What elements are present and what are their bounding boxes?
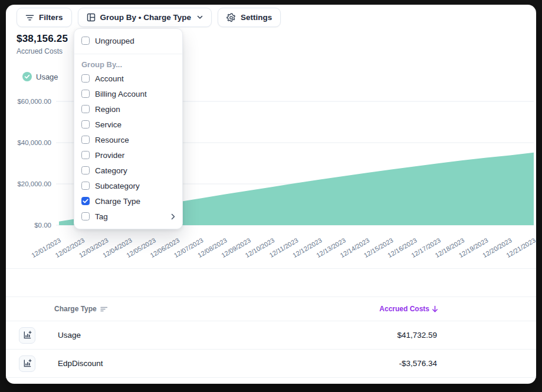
menu-item-label: Region [95,105,120,114]
menu-item-label: Charge Type [95,197,140,206]
chevron-right-icon [171,213,175,220]
table-row-edpdiscount[interactable]: EdpDiscount-$3,576.34 [6,350,536,378]
filters-button[interactable]: Filters [17,8,72,27]
menu-item-label: Billing Account [95,90,147,98]
check-circle-icon [22,72,32,81]
group-by-button[interactable]: Group By • Charge Type [78,8,212,27]
chart-legend[interactable]: Usage [22,72,58,81]
menu-item-label: Resource [95,136,129,144]
menu-item-label: Ungrouped [95,37,134,45]
menu-item-ungrouped[interactable]: Ungrouped [74,32,182,49]
gear-icon [226,13,236,22]
checkbox-category[interactable] [81,166,90,174]
menu-item-account[interactable]: Account [74,71,182,86]
cost-report-card: Filters Group By • Charge Type Settings … [6,5,536,384]
column-header-accrued-costs[interactable]: Accrued Costs [379,305,438,313]
charge-type-cell: Usage [58,331,81,340]
filter-icon [25,14,34,22]
checkbox-provider[interactable] [81,151,90,159]
checkbox-billing-account[interactable] [81,90,90,98]
y-axis-tick-label: $60,000.00 [17,98,51,105]
checkbox-service[interactable] [81,120,90,129]
checkbox-tag[interactable] [81,212,90,220]
grid-icon [87,13,96,22]
menu-item-label: Service [95,120,121,129]
checkbox-ungrouped[interactable] [81,37,90,45]
charge-type-table: Charge Type Accrued Costs Usage$41,732.5… [6,297,536,378]
menu-item-tag[interactable]: Tag [74,209,182,224]
menu-item-category[interactable]: Category [74,163,182,178]
y-axis-tick-label: $40,000.00 [17,139,51,146]
settings-button[interactable]: Settings [218,8,281,27]
checkbox-subcategory[interactable] [81,182,90,190]
charge-type-cell: EdpDiscount [58,359,103,368]
menu-item-resource[interactable]: Resource [74,132,182,147]
menu-section-label: Group By... [74,54,182,71]
menu-item-label: Account [95,74,124,83]
section-divider [6,268,536,269]
accrued-costs-total: $38,156.25 [17,33,68,45]
table-row-usage[interactable]: Usage$41,732.59 [6,321,536,350]
toolbar: Filters Group By • Charge Type Settings [17,8,281,27]
column-header-charge-type[interactable]: Charge Type [54,305,108,313]
menu-item-label: Tag [95,212,108,221]
checkbox-charge-type[interactable] [81,197,90,205]
menu-item-label: Subcategory [95,182,140,190]
group-by-label: Group By • Charge Type [100,13,192,22]
accrued-costs-caption: Accrued Costs [17,47,68,55]
menu-item-billing-account[interactable]: Billing Account [74,86,182,101]
chevron-down-icon [197,15,203,19]
checkbox-account[interactable] [81,74,90,83]
charge-type-header-label: Charge Type [54,305,97,313]
menu-item-region[interactable]: Region [74,101,182,117]
legend-label: Usage [36,73,58,81]
y-axis-tick-label: $0.00 [34,222,51,229]
sort-desc-arrow-icon [432,305,438,313]
add-to-chart-button[interactable] [19,327,35,344]
menu-item-charge-type[interactable]: Charge Type [74,193,182,209]
add-to-chart-button[interactable] [19,355,35,372]
bar-chart-plus-icon [23,331,32,340]
menu-item-label: Provider [95,151,124,160]
group-by-menu: Ungrouped Group By... AccountBilling Acc… [74,28,183,229]
settings-label: Settings [241,13,272,22]
checkbox-region[interactable] [81,105,90,113]
sort-lines-icon [100,306,108,312]
menu-item-service[interactable]: Service [74,117,182,132]
accrued-costs-cell: $41,732.59 [397,331,437,340]
y-axis-tick-label: $20,000.00 [17,180,51,187]
table-header-row: Charge Type Accrued Costs [6,297,536,321]
bar-chart-plus-icon [23,359,32,368]
accrued-costs-cell: -$3,576.34 [399,359,437,368]
summary: $38,156.25 Accrued Costs [17,33,68,55]
accrued-costs-header-label: Accrued Costs [379,305,429,313]
menu-item-provider[interactable]: Provider [74,147,182,163]
menu-item-subcategory[interactable]: Subcategory [74,178,182,193]
menu-item-label: Category [95,166,127,175]
filters-label: Filters [39,13,63,22]
checkbox-resource[interactable] [81,136,90,144]
